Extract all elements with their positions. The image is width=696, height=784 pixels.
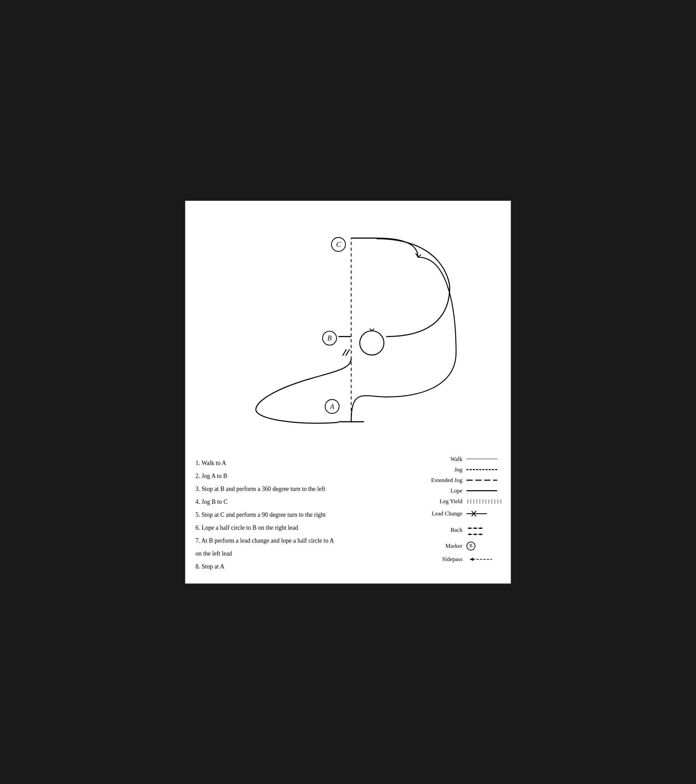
instruction-5: 5. Stop at C and perform a 90 degree tur… — [195, 509, 378, 521]
legend: Walk Jog Extended Jog Lope — [392, 456, 501, 573]
legend-leg-yield: Leg Yield |||||||||||| — [392, 498, 501, 504]
legend-jog-symbol — [467, 469, 501, 470]
instruction-1: 1. Walk to A — [195, 457, 378, 469]
legend-walk-symbol — [467, 459, 501, 459]
legend-lope: Lope — [392, 488, 501, 494]
svg-text:B: B — [328, 334, 332, 341]
legend-lead-change-label: Lead Change — [422, 511, 462, 516]
instruction-8: 8. Stop at A — [195, 560, 378, 573]
instructions-section: 1. Walk to A 2. Jog A to B 3. Stop at B … — [195, 456, 501, 573]
legend-extended-jog: Extended Jog — [392, 477, 501, 483]
legend-extended-jog-label: Extended Jog — [422, 477, 462, 483]
legend-back: Back ◄►◄►◄► ◄►◄►◄► — [392, 523, 501, 537]
legend-lope-symbol — [467, 490, 501, 491]
pattern-diagram: A B C — [195, 211, 501, 450]
instruction-7b: on the left lead — [195, 547, 378, 560]
svg-text:A: A — [329, 402, 335, 410]
legend-marker-symbol: B — [467, 542, 501, 550]
legend-sidepass-symbol — [467, 555, 501, 563]
back-icon: ◄►◄►◄► ◄►◄►◄► — [467, 523, 497, 537]
svg-marker-19 — [470, 558, 473, 561]
legend-extended-jog-symbol — [467, 480, 501, 481]
lead-change-icon — [467, 509, 487, 519]
legend-marker-label: Marker — [422, 543, 462, 549]
svg-text:C: C — [336, 240, 341, 248]
instructions-list: 1. Walk to A 2. Jog A to B 3. Stop at B … — [195, 456, 378, 573]
legend-sidepass: Sidepass — [392, 555, 501, 563]
page: A B C — [185, 200, 511, 584]
legend-sidepass-label: Sidepass — [422, 556, 462, 562]
svg-text:◄►◄►◄►: ◄►◄►◄► — [467, 525, 483, 530]
instruction-7: 7. At B perform a lead change and lope a… — [195, 534, 378, 547]
legend-lope-label: Lope — [422, 488, 462, 494]
legend-jog-label: Jog — [422, 467, 462, 473]
sidepass-icon — [467, 555, 497, 563]
instruction-2: 2. Jog A to B — [195, 470, 378, 482]
instruction-6: 6. Lope a half circle to B on the right … — [195, 522, 378, 534]
diagram-area: A B C — [195, 211, 501, 450]
marker-circle: B — [467, 542, 475, 550]
legend-back-symbol: ◄►◄►◄► ◄►◄►◄► — [467, 523, 501, 537]
legend-walk: Walk — [392, 456, 501, 462]
legend-leg-yield-symbol: |||||||||||| — [467, 499, 501, 504]
legend-back-label: Back — [422, 527, 462, 533]
legend-jog: Jog — [392, 467, 501, 473]
instruction-3: 3. Stop at B and perform a 360 degree tu… — [195, 483, 378, 495]
legend-lead-change: Lead Change — [392, 509, 501, 519]
svg-text:◄►◄►◄►: ◄►◄►◄► — [467, 531, 483, 537]
legend-walk-label: Walk — [422, 456, 462, 462]
instruction-4: 4. Jog B to C — [195, 496, 378, 508]
legend-leg-yield-label: Leg Yield — [422, 498, 462, 504]
svg-point-7 — [360, 331, 384, 355]
legend-lead-change-symbol — [467, 509, 501, 519]
legend-marker: Marker B — [392, 542, 501, 550]
